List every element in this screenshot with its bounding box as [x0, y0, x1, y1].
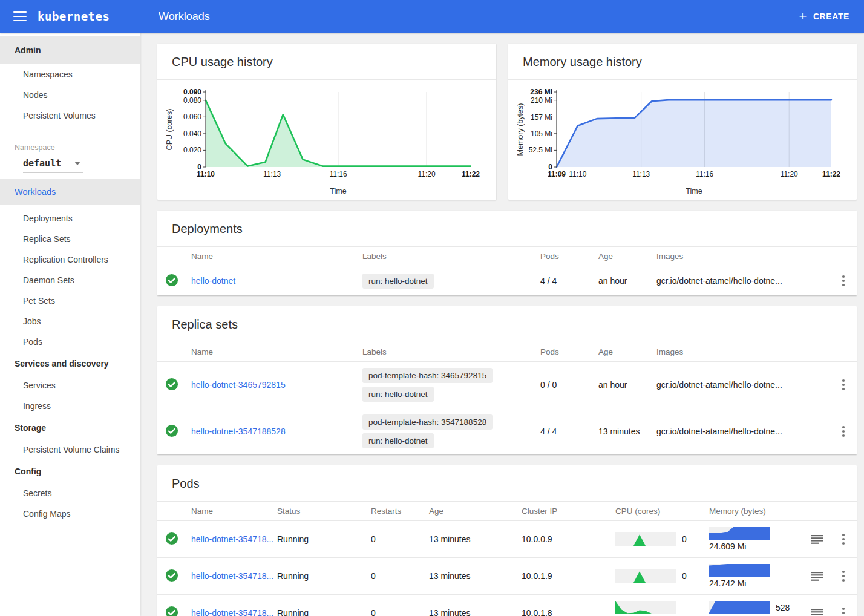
memory-value: 24.742 Mi	[709, 578, 799, 588]
pod-age: 13 minutes	[424, 521, 517, 558]
svg-text:157 Mi: 157 Mi	[531, 113, 552, 122]
sidebar-heading-config[interactable]: Config	[0, 460, 140, 483]
menu-icon[interactable]	[13, 11, 27, 21]
status-ok-icon	[165, 378, 178, 391]
replica-sets-title: Replica sets	[157, 306, 857, 342]
sidebar-item-pet-sets[interactable]: Pet Sets	[0, 290, 140, 311]
svg-text:11:16: 11:16	[329, 170, 347, 179]
deployments-header-row: Name Labels Pods Age Images	[157, 247, 857, 266]
sidebar-item-jobs[interactable]: Jobs	[0, 311, 140, 332]
app-logo: kubernetes	[38, 10, 110, 23]
svg-text:11:22: 11:22	[462, 170, 480, 179]
pod-status: Running	[272, 521, 366, 558]
pods-table: Name Status Restarts Age Cluster IP CPU …	[157, 501, 857, 616]
svg-text:105 Mi: 105 Mi	[531, 129, 552, 138]
cpu-value: 0	[682, 571, 687, 581]
sidebar-item-workloads[interactable]: Workloads	[0, 179, 140, 205]
replica-sets-header-row: Name Labels Pods Age Images	[157, 342, 857, 362]
deployments-table: Name Labels Pods Age Images hello-dotnet…	[157, 246, 857, 295]
replica-sets-table: Name Labels Pods Age Images hello-dotnet…	[157, 342, 857, 454]
status-ok-icon	[165, 274, 178, 287]
memory-sparkline	[709, 564, 770, 577]
pod-name-link[interactable]: hello-dotnet-354718...	[191, 534, 273, 544]
table-row: hello-dotnet-3465792815 pod-template-has…	[157, 362, 857, 408]
label-chip: pod-template-hash: 3465792815	[362, 368, 493, 383]
sidebar-item-config-maps[interactable]: Config Maps	[0, 503, 140, 524]
row-menu-icon[interactable]	[835, 605, 852, 616]
pod-status: Running	[272, 595, 366, 616]
age-value: 13 minutes	[594, 408, 652, 455]
logs-icon[interactable]	[808, 568, 825, 585]
pods-count: 0 / 0	[535, 362, 594, 408]
sidebar-item-replication-controllers[interactable]: Replication Controllers	[0, 249, 140, 270]
sidebar-item-ingress[interactable]: Ingress	[0, 396, 140, 416]
pod-age: 13 minutes	[424, 595, 517, 616]
sidebar-item-services[interactable]: Services	[0, 375, 140, 396]
row-menu-icon[interactable]	[835, 272, 852, 289]
table-row: hello-dotnet-354718... Running 0 13 minu…	[157, 595, 857, 616]
deployments-title: Deployments	[157, 211, 857, 246]
svg-text:11:20: 11:20	[417, 170, 435, 179]
pod-cluster-ip: 10.0.1.8	[517, 595, 610, 616]
cpu-sparkline	[615, 569, 676, 583]
svg-text:0.080: 0.080	[183, 96, 201, 105]
sidebar-item-persistent-volume-claims[interactable]: Persistent Volume Claims	[0, 439, 140, 460]
col-labels: Labels	[358, 342, 535, 362]
sidebar-heading-services-discovery[interactable]: Services and discovery	[0, 352, 140, 375]
svg-text:11:22: 11:22	[822, 170, 840, 179]
images-value: gcr.io/dotnet-atamel/hello-dotne...	[652, 266, 830, 296]
memory-value: 528	[776, 603, 790, 612]
sidebar-heading-storage[interactable]: Storage	[0, 416, 140, 439]
sidebar-item-daemon-sets[interactable]: Daemon Sets	[0, 270, 140, 290]
col-pods: Pods	[535, 342, 594, 362]
svg-text:11:10: 11:10	[197, 170, 215, 179]
row-menu-icon[interactable]	[835, 568, 852, 585]
table-row: hello-dotnet-3547188528 pod-template-has…	[157, 408, 857, 455]
table-row: hello-dotnet run: hello-dotnet 4 / 4 an …	[157, 266, 857, 296]
pods-count: 4 / 4	[535, 266, 594, 296]
sidebar-item-namespaces[interactable]: Namespaces	[0, 64, 140, 85]
svg-text:11:13: 11:13	[263, 170, 281, 179]
pods-card: Pods Name Status Restarts Age Cluster IP…	[157, 465, 857, 616]
sidebar-heading-admin[interactable]: Admin	[0, 36, 140, 64]
deployment-name-link[interactable]: hello-dotnet	[191, 276, 235, 286]
create-button[interactable]: + CREATE	[799, 10, 849, 23]
namespace-selected-value: default	[23, 158, 61, 169]
sidebar-item-secrets[interactable]: Secrets	[0, 483, 140, 503]
pods-count: 4 / 4	[535, 408, 594, 455]
namespace-select[interactable]: default	[23, 158, 83, 173]
age-value: an hour	[594, 362, 652, 408]
row-menu-icon[interactable]	[835, 531, 852, 548]
sidebar-item-persistent-volumes[interactable]: Persistent Volumes	[0, 105, 140, 126]
logs-icon[interactable]	[808, 531, 825, 548]
pod-name-link[interactable]: hello-dotnet-354718...	[191, 571, 273, 581]
replica-set-name-link[interactable]: hello-dotnet-3465792815	[191, 380, 286, 390]
col-restarts: Restarts	[366, 502, 424, 521]
sidebar-item-nodes[interactable]: Nodes	[0, 85, 140, 105]
status-ok-icon	[165, 569, 178, 582]
col-age: Age	[594, 247, 652, 266]
images-value: gcr.io/dotnet-atamel/hello-dotne...	[652, 362, 830, 408]
sidebar-item-deployments[interactable]: Deployments	[0, 208, 140, 229]
logs-icon[interactable]	[808, 605, 825, 616]
sidebar-item-pods[interactable]: Pods	[0, 332, 140, 352]
svg-text:0.060: 0.060	[183, 113, 201, 121]
cpu-value: 0	[682, 534, 687, 544]
col-name: Name	[186, 502, 272, 521]
sidebar-item-replica-sets[interactable]: Replica Sets	[0, 229, 140, 249]
table-row: hello-dotnet-354718... Running 0 13 minu…	[157, 521, 857, 558]
app-header: kubernetes Workloads + CREATE	[0, 0, 864, 33]
row-menu-icon[interactable]	[835, 376, 852, 393]
svg-text:0.020: 0.020	[183, 146, 201, 154]
pods-header-row: Name Status Restarts Age Cluster IP CPU …	[157, 502, 857, 521]
col-name: Name	[186, 247, 358, 266]
sidebar: Admin Namespaces Nodes Persistent Volume…	[0, 33, 140, 616]
pods-title: Pods	[157, 465, 857, 501]
col-images: Images	[652, 342, 830, 362]
svg-text:Memory (bytes): Memory (bytes)	[516, 103, 525, 156]
status-ok-icon	[165, 424, 178, 437]
sidebar-divider	[0, 131, 140, 131]
pod-name-link[interactable]: hello-dotnet-354718...	[191, 608, 273, 616]
row-menu-icon[interactable]	[835, 423, 852, 440]
replica-set-name-link[interactable]: hello-dotnet-3547188528	[191, 427, 286, 436]
